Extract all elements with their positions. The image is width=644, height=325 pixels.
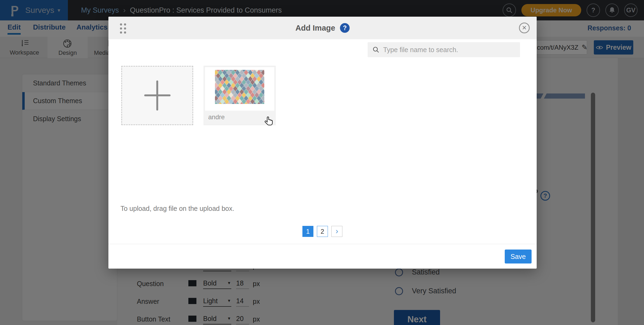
app-screen: P Surveys ▾ My Surveys › QuestionPro : S… <box>0 0 644 325</box>
add-image-dialog: Add Image ? ✕ andre To upload, drag file… <box>108 17 537 269</box>
pagination: 1 2 › <box>302 226 342 237</box>
next-page-button[interactable]: › <box>331 226 342 237</box>
search-icon <box>372 46 379 53</box>
chevron-right-icon: › <box>336 226 338 236</box>
image-file-name: andre <box>208 113 225 121</box>
page-button-1[interactable]: 1 <box>302 226 313 237</box>
page-button-2[interactable]: 2 <box>317 226 328 237</box>
dialog-title-wrap: Add Image ? <box>108 17 537 39</box>
plus-icon <box>142 80 173 111</box>
dialog-title: Add Image <box>295 24 335 32</box>
hand-cursor-icon <box>264 115 275 128</box>
search-input[interactable] <box>383 46 515 54</box>
upload-hint-text: To upload, drag file on the upload box. <box>120 205 234 212</box>
file-search-box <box>368 42 520 57</box>
upload-dropzone[interactable] <box>121 66 193 125</box>
dialog-footer: Save <box>108 244 537 269</box>
dialog-help-icon[interactable]: ? <box>340 23 350 33</box>
image-thumbnail <box>205 67 274 111</box>
save-button[interactable]: Save <box>505 250 532 263</box>
dialog-header: Add Image ? ✕ <box>108 17 537 39</box>
close-icon[interactable]: ✕ <box>519 23 530 33</box>
